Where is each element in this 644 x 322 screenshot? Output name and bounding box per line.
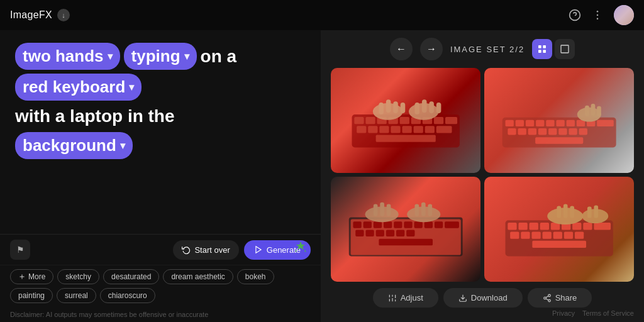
bottom-bar: ⚑ Start over Generate (0, 234, 321, 265)
image-overlay-1 (331, 68, 480, 173)
svg-rect-52 (597, 120, 614, 126)
svg-rect-80 (375, 230, 384, 236)
style-chips: More sketchy desaturated dream aesthetic… (0, 265, 321, 307)
svg-rect-10 (538, 50, 541, 53)
prompt-text: two hands ▾ typing ▾ on a red keyboard ▾… (15, 43, 279, 159)
app-header: ImageFX ↓ (0, 0, 644, 30)
svg-rect-73 (404, 221, 412, 228)
image-cell-4[interactable] (484, 177, 634, 282)
svg-rect-36 (393, 101, 398, 113)
svg-rect-38 (414, 103, 419, 114)
nav-next-button[interactable]: → (420, 38, 443, 60)
download-button[interactable]: Download (443, 288, 523, 308)
image-cell-1[interactable] (331, 68, 480, 173)
svg-point-126 (543, 297, 546, 299)
view-single-button[interactable] (555, 39, 575, 59)
svg-rect-31 (375, 135, 435, 142)
svg-rect-45 (526, 120, 534, 126)
svg-rect-74 (414, 221, 422, 228)
avatar[interactable] (614, 5, 634, 25)
right-panel: ← → IMAGE SET 2/2 (321, 30, 644, 322)
svg-rect-107 (553, 231, 562, 238)
svg-rect-37 (400, 103, 405, 113)
svg-rect-64 (591, 104, 595, 116)
style-chip-painting[interactable]: painting (10, 288, 53, 303)
svg-rect-87 (374, 204, 378, 216)
svg-rect-102 (594, 223, 611, 230)
style-chip-surreal[interactable]: surreal (57, 288, 96, 303)
view-grid-button[interactable] (532, 39, 552, 59)
nav-prev-button[interactable]: ← (390, 38, 413, 60)
style-chip-desaturated[interactable]: desaturated (103, 269, 159, 284)
svg-rect-56 (538, 128, 547, 135)
svg-rect-92 (428, 204, 432, 216)
svg-rect-71 (384, 221, 392, 228)
svg-rect-23 (357, 126, 366, 133)
svg-rect-76 (435, 221, 443, 228)
svg-rect-72 (394, 221, 402, 228)
svg-rect-57 (548, 128, 557, 135)
image-cell-3[interactable] (331, 177, 480, 282)
svg-rect-8 (538, 45, 541, 48)
chip-red-keyboard[interactable]: red keyboard ▾ (15, 74, 142, 101)
svg-rect-29 (425, 126, 434, 133)
svg-rect-90 (414, 204, 419, 216)
image-overlay-3 (331, 177, 480, 282)
svg-line-129 (546, 296, 548, 297)
svg-rect-77 (445, 221, 459, 228)
svg-rect-105 (531, 231, 540, 238)
more-button[interactable]: More (10, 269, 53, 284)
style-chip-sketchy[interactable]: sketchy (57, 269, 99, 284)
svg-rect-104 (521, 231, 530, 238)
svg-rect-30 (436, 126, 452, 133)
header-left: ImageFX ↓ (10, 9, 70, 21)
adjust-button[interactable]: Adjust (373, 288, 438, 308)
svg-rect-9 (543, 45, 546, 48)
svg-rect-81 (386, 230, 394, 236)
image-cell-2[interactable] (484, 68, 634, 173)
chip-two-hands[interactable]: two hands ▾ (15, 43, 120, 70)
image-overlay-2 (484, 68, 634, 173)
style-chip-bokeh[interactable]: bokeh (237, 269, 274, 284)
flag-button[interactable]: ⚑ (10, 240, 30, 260)
more-icon[interactable] (591, 9, 604, 21)
svg-rect-44 (516, 120, 524, 126)
style-chip-chiaroscuro[interactable]: chiaroscuro (100, 288, 155, 303)
main-content: two hands ▾ typing ▾ on a red keyboard ▾… (0, 30, 644, 322)
svg-rect-83 (406, 230, 414, 236)
help-icon[interactable] (569, 9, 581, 21)
magic-icon[interactable] (293, 240, 308, 259)
svg-rect-41 (436, 103, 441, 113)
svg-rect-70 (374, 221, 382, 228)
svg-rect-60 (579, 128, 587, 135)
image-overlay-4 (484, 177, 634, 282)
logo-badge[interactable]: ↓ (57, 9, 70, 21)
image-set-label: IMAGE SET 2/2 (450, 45, 525, 54)
svg-rect-68 (353, 221, 361, 228)
start-over-button[interactable]: Start over (173, 240, 238, 260)
style-chip-dream-aesthetic[interactable]: dream aesthetic (163, 269, 233, 284)
svg-rect-117 (594, 205, 598, 218)
svg-rect-78 (355, 230, 364, 236)
disclaimer: Disclaimer: AI outputs may sometimes be … (0, 307, 321, 322)
svg-point-127 (548, 299, 550, 302)
svg-rect-108 (564, 231, 573, 238)
svg-rect-34 (379, 103, 384, 114)
svg-rect-95 (518, 223, 527, 230)
chip-typing[interactable]: typing ▾ (124, 43, 197, 70)
chip-background[interactable]: background ▾ (15, 132, 133, 159)
svg-rect-27 (402, 126, 411, 133)
svg-rect-103 (510, 231, 519, 238)
image-nav: ← → IMAGE SET 2/2 (331, 38, 634, 60)
privacy-link[interactable]: Privacy (552, 309, 575, 317)
share-button[interactable]: Share (528, 288, 592, 308)
svg-rect-101 (583, 223, 592, 230)
svg-rect-58 (558, 128, 567, 135)
terms-link[interactable]: Terms of Service (582, 309, 634, 317)
svg-rect-39 (422, 99, 427, 113)
svg-rect-75 (425, 221, 433, 228)
svg-rect-82 (396, 230, 404, 236)
svg-rect-113 (557, 206, 561, 218)
svg-rect-89 (387, 204, 391, 216)
svg-rect-88 (380, 203, 384, 216)
